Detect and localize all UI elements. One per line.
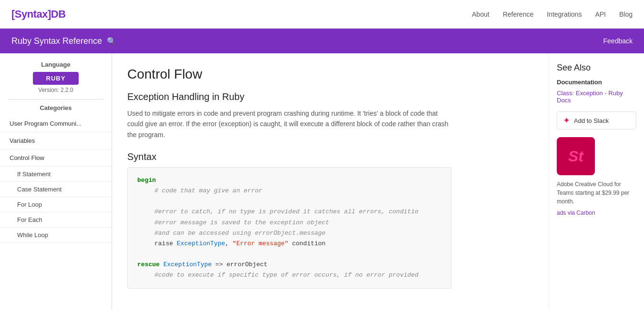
nav-api[interactable]: API [595, 10, 606, 18]
page-title: Control Flow [127, 67, 533, 82]
see-also-title: See Also [557, 63, 636, 73]
code-line-blank1 [137, 196, 441, 207]
main-layout: Language RUBY Version: 2.2.0 Categories … [0, 53, 644, 310]
main-content: Control Flow Exception Handling in Ruby … [112, 53, 549, 310]
ruby-button[interactable]: RUBY [33, 72, 79, 85]
sidebar-item-if-statement[interactable]: If Statement [0, 167, 112, 182]
ad-image: St [557, 137, 595, 175]
banner-title: Ruby Syntax Reference [11, 36, 102, 46]
banner: Ruby Syntax Reference 🔍 Feedback [0, 29, 644, 53]
main-nav: About Reference Integrations API Blog [472, 10, 633, 18]
code-block: begin # code that may give an error #err… [127, 167, 451, 289]
docs-label: Documentation [557, 79, 636, 86]
nav-blog[interactable]: Blog [619, 10, 633, 18]
code-line-5: #and can be accessed using errorObject.m… [137, 228, 441, 239]
categories-label: Categories [0, 104, 112, 111]
code-line-6: raise ExceptionType, "Error message" con… [137, 239, 441, 249]
code-line-1: begin [137, 175, 441, 186]
feedback-button[interactable]: Feedback [603, 37, 633, 45]
nav-reference[interactable]: Reference [503, 10, 534, 18]
banner-left: Ruby Syntax Reference 🔍 [11, 36, 116, 46]
code-line-2: # code that may give an error [137, 186, 441, 196]
code-line-blank2 [137, 249, 441, 260]
sidebar-divider [8, 99, 104, 100]
code-line-8: #code to execute if specific type of err… [137, 270, 441, 280]
code-line-3: #error to catch, if no type is provided … [137, 207, 441, 217]
sidebar-item-while-loop[interactable]: While Loop [0, 228, 112, 243]
code-line-7: rescue ExceptionType => errorObject [137, 260, 441, 270]
docs-link[interactable]: Class: Exception - Ruby Docs [557, 90, 636, 104]
sidebar-item-variables[interactable]: Variables [0, 132, 112, 150]
slack-btn-label: Add to Slack [574, 117, 609, 124]
sidebar: Language RUBY Version: 2.2.0 Categories … [0, 53, 112, 310]
nav-links: About Reference Integrations API Blog [472, 10, 633, 18]
syntax-title: Syntax [127, 151, 533, 162]
sidebar-item-for-each[interactable]: For Each [0, 212, 112, 228]
logo[interactable]: [Syntax]DB [11, 8, 66, 20]
sidebar-item-case-statement[interactable]: Case Statement [0, 182, 112, 197]
language-label: Language [0, 61, 112, 68]
sidebar-item-user-program[interactable]: User Program Communi... [0, 115, 112, 132]
nav-about[interactable]: About [472, 10, 490, 18]
description: Used to mitigate errors in code and prev… [127, 108, 451, 140]
ad-text: Adobe Creative Cloud for Teams starting … [557, 180, 636, 206]
carbon-link[interactable]: ads via Carbon [557, 210, 595, 216]
sidebar-item-control-flow[interactable]: Control Flow [0, 150, 112, 167]
section-title: Exception Handling in Ruby [127, 91, 533, 102]
version-text: Version: 2.2.0 [0, 87, 112, 93]
ad-logo-text: St [568, 148, 583, 165]
nav-integrations[interactable]: Integrations [547, 10, 582, 18]
search-icon[interactable]: 🔍 [107, 37, 116, 46]
sidebar-item-for-loop[interactable]: For Loop [0, 197, 112, 212]
add-to-slack-button[interactable]: ✦ Add to Slack [557, 111, 636, 130]
code-line-4: #error message is saved to the exception… [137, 218, 441, 228]
slack-icon: ✦ [563, 115, 570, 126]
right-panel: See Also Documentation Class: Exception … [549, 53, 644, 310]
top-nav: [Syntax]DB About Reference Integrations … [0, 0, 644, 29]
